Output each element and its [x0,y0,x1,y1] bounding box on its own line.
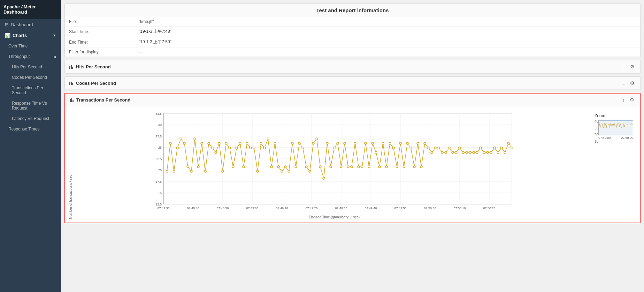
transactions-chart-body: Number of transactions / sec [65,106,640,223]
svg-point-117 [389,142,391,144]
svg-point-57 [180,138,182,140]
hits-per-second-panel: Hits Per Second ↓ ⚙ [64,60,641,74]
svg-point-85 [277,166,279,168]
svg-point-71 [229,147,231,149]
sidebar-codes-label: Codes Per Second [12,75,47,80]
sidebar-item-latency-vs-request[interactable]: Latency Vs Request [0,113,61,124]
svg-point-136 [455,151,457,154]
sidebar-item-hits-per-second[interactable]: Hits Per Second [0,62,61,72]
svg-point-102 [337,142,339,144]
hits-settings-button[interactable]: ⚙ [629,63,636,70]
svg-point-91 [298,142,300,144]
sidebar-item-transactions-per-second[interactable]: Transactions Per Second [0,83,61,98]
bar-chart-icon3 [69,98,74,102]
svg-text:20: 20 [158,169,162,172]
svg-point-111 [368,166,370,168]
svg-point-74 [239,142,241,144]
hits-per-second-actions: ↓ ⚙ [621,63,636,70]
sidebar-over-time-label: Over Time [8,44,28,48]
svg-text:07:49:40: 07:49:40 [365,207,377,210]
svg-point-152 [511,147,513,149]
svg-rect-4 [71,82,72,85]
svg-rect-0 [69,66,70,69]
svg-point-99 [326,142,328,144]
svg-point-132 [441,151,443,154]
svg-rect-7 [71,98,72,102]
sidebar-item-charts[interactable]: 📊 Charts ▼ [0,30,61,41]
start-time-label: Start Time: [65,27,135,37]
hits-download-button[interactable]: ↓ [621,63,627,70]
svg-point-73 [236,147,238,149]
x-axis-label: Elapsed Time (granularity: 1 sec) [77,215,591,219]
svg-text:07:48:50: 07:48:50 [216,207,229,210]
info-panel: Test and Report informations File: "time… [64,3,641,57]
svg-point-149 [500,147,503,149]
svg-point-129 [431,151,433,154]
hits-per-second-header: Hits Per Second ↓ ⚙ [65,60,640,73]
svg-point-133 [445,151,447,154]
svg-point-61 [194,138,196,140]
main-content: Test and Report informations File: "time… [61,0,644,292]
svg-rect-8 [72,100,74,102]
svg-text:17.5: 17.5 [155,180,162,184]
sidebar-response-time-label: Response Time Vs Request [12,101,56,111]
sidebar-dashboard-label: Dashboard [11,22,33,27]
svg-point-148 [497,151,499,154]
svg-point-87 [284,166,286,168]
codes-per-second-panel: Codes Per Second ↓ ⚙ [64,76,641,90]
file-value: "time.jtl" [135,17,640,27]
svg-point-131 [438,147,440,149]
transactions-per-second-panel: Transactions Per Second ↓ ⚙ Number of tr… [64,93,641,223]
codes-settings-button[interactable]: ⚙ [629,80,636,87]
svg-text:27.5: 27.5 [155,135,162,138]
svg-rect-2 [72,67,73,69]
sidebar-item-response-time-vs-request[interactable]: Response Time Vs Request [0,98,61,113]
svg-point-72 [232,166,234,168]
bar-chart-icon [69,65,74,69]
chevron-left-icon: ◀ [53,55,56,59]
svg-point-95 [312,142,314,144]
svg-point-151 [507,142,509,144]
sidebar: Apache JMeter Dashboard ⊞ Dashboard 📊 Ch… [0,0,61,292]
table-row-start-time: Start Time: "19-1-3 上午7:48" [65,27,640,37]
svg-point-93 [305,166,307,168]
codes-per-second-header: Codes Per Second ↓ ⚙ [65,77,640,90]
info-table: File: "time.jtl" Start Time: "19-1-3 上午7… [65,17,640,57]
svg-point-80 [260,142,262,144]
svg-point-54 [169,142,171,144]
svg-point-101 [333,147,335,149]
transactions-settings-button[interactable]: ⚙ [628,96,636,103]
filter-label: Filter for display: [65,47,135,57]
svg-point-115 [382,142,384,144]
svg-point-58 [183,142,185,144]
chevron-down-icon: ▼ [53,33,56,37]
svg-point-92 [302,147,304,149]
svg-point-150 [504,151,506,154]
sidebar-item-dashboard[interactable]: ⊞ Dashboard [0,19,61,30]
sidebar-item-over-time[interactable]: Over Time [0,41,61,51]
svg-rect-157 [599,121,633,135]
codes-download-button[interactable]: ↓ [621,80,627,87]
svg-point-121 [403,166,405,168]
svg-point-110 [365,142,367,144]
sidebar-item-codes-per-second[interactable]: Codes Per Second [0,72,61,83]
svg-point-97 [319,166,321,168]
svg-point-100 [330,166,332,168]
transactions-download-button[interactable]: ↓ [621,96,626,103]
svg-point-123 [410,147,412,149]
svg-point-56 [176,147,178,149]
svg-point-65 [208,142,210,144]
svg-point-145 [486,151,489,154]
svg-point-76 [246,142,248,144]
svg-point-105 [347,166,349,168]
svg-text:07:50:10: 07:50:10 [453,207,466,210]
zoom-label: Zoom : [595,113,607,118]
svg-point-116 [385,166,388,168]
sidebar-item-throughput[interactable]: Throughput ◀ [0,51,61,62]
sidebar-response-times-label: Response Times [8,127,39,132]
svg-point-96 [316,138,318,140]
svg-point-144 [483,151,485,154]
sidebar-item-response-times[interactable]: Response Times [0,124,61,134]
sidebar-charts-label: Charts [13,33,27,38]
svg-point-127 [424,142,426,144]
